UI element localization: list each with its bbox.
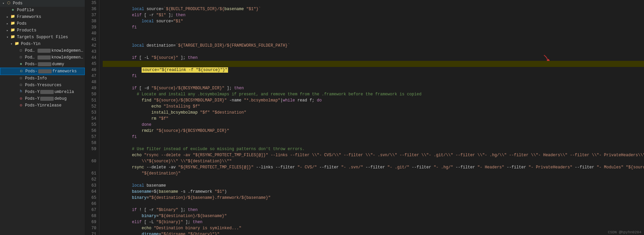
chevron-icon — [5, 28, 9, 32]
sidebar-item-pods[interactable]: 📁 Pods — [0, 20, 85, 27]
sidebar-item-label: Pods-Y — [25, 83, 40, 88]
code-line-60: rsync --delete -av "${RSYNC_PROTECT_TMP_… — [103, 158, 644, 164]
file-icon: h — [18, 89, 24, 95]
code-line-38: fi — [103, 18, 644, 24]
code-line-60b: "${destination}" — [103, 164, 644, 170]
sidebar-item-pods-debug[interactable]: ◎ Pods-Y debug — [0, 95, 85, 102]
code-line-62: local basename — [103, 177, 644, 183]
folder-icon: 📁 — [10, 14, 16, 20]
code-line-36: elif [ -r "$1" ]; then — [103, 6, 644, 12]
code-line-70: dirname="${dirname "${binary}"}" — [103, 225, 644, 231]
sidebar-item-podfile[interactable]: ◈ Podfile — [0, 7, 85, 14]
folder-icon: 📁 — [10, 34, 16, 40]
folder-icon: ⬡ — [6, 1, 11, 6]
code-editor[interactable]: 35 36 37 38 39 40 41 42 43 44 45 46 47 4… — [85, 0, 644, 235]
blurred-content — [38, 55, 51, 60]
code-line-58: # Use filter instead of exclude so missi… — [103, 140, 644, 146]
code-line-51: echo "Installing $f" — [103, 97, 644, 103]
chevron-icon — [5, 35, 9, 39]
watermark-text: CSDN @hpyhn0204 — [608, 230, 641, 234]
code-line-55: rmdir "${source}/${BCSYMBOLMAP_DIR}" — [103, 122, 644, 128]
file-icon: ◈ — [18, 62, 24, 67]
chevron-icon — [9, 42, 14, 46]
sidebar-item-label: Pods-Yin — [25, 103, 45, 108]
folder-icon: 📁 — [14, 41, 20, 47]
code-line-64: binary="${destination}/${basename}.frame… — [103, 189, 644, 195]
sidebar-item-label: Pods-Yin — [21, 42, 41, 46]
code-line-40 — [103, 30, 644, 37]
watermark: CSDN @hpyhn0204 — [605, 230, 644, 235]
code-line-42 — [103, 43, 644, 49]
sidebar-item-suffix: Info — [37, 76, 47, 81]
sidebar-item-pods-frameworks[interactable]: ◻ Pods- frameworks — [0, 68, 85, 75]
code-line-56: fi — [103, 128, 644, 134]
sidebar-item-label: Products — [17, 28, 36, 33]
sidebar-item-pods-resources[interactable]: ◻ Pods-Y resources — [0, 82, 85, 89]
code-line-69: echo "Destination binary is symlinked...… — [103, 219, 644, 225]
sidebar-item-suffix: knowledgements — [51, 48, 85, 53]
code-line-49: # Locate and install any .bcsymbolmaps i… — [103, 85, 644, 91]
code-line-57 — [103, 134, 644, 140]
sidebar-item-label: Pods-Y — [25, 90, 40, 94]
code-line-59: echo "rsync --delete -av "${RSYNC_PROTEC… — [103, 146, 644, 152]
sidebar-item-suffix: debug — [54, 96, 67, 101]
code-line-52: install_bcsymbolmap "$f" "$destination" — [103, 103, 644, 110]
file-icon: ◎ — [18, 96, 24, 101]
blurred-content — [40, 90, 54, 94]
sidebar-item-label: Podfile — [17, 8, 34, 13]
sidebar-item-pods-yin-group[interactable]: 📁 Pods-Yin — [0, 41, 85, 47]
code-content[interactable]: local source=`${BUILT_PRODUCTS_DIR}/${ba… — [99, 0, 644, 235]
blurred-content — [40, 97, 54, 101]
code-line-39 — [103, 24, 644, 30]
sidebar-item-pods-acknowledgements-2[interactable]: ◻ Pods- knowledgements — [0, 54, 85, 61]
sidebar-item-label: Pods- — [25, 76, 37, 81]
sidebar-item-label: Pods — [13, 1, 23, 6]
folder-icon: 📁 — [10, 21, 16, 26]
code-line-67: binary="${destination}/${basename}" — [103, 207, 644, 213]
file-icon: ◻ — [18, 55, 24, 60]
folder-icon: 📁 — [10, 28, 16, 33]
code-line-48: if [ -d "${source}/${BCSYMBOLMAP_DIR}" ]… — [103, 79, 644, 85]
sidebar-item-label: Pods- — [25, 55, 37, 60]
sidebar-item-suffix: frameworks — [52, 69, 77, 74]
sidebar-item-suffix: resources — [40, 83, 61, 88]
code-line-59b: \\"${source}\\" \\"${destination}\\"" — [103, 152, 644, 158]
sidebar-item-label: Pods- — [25, 48, 37, 53]
sidebar-item-label: Targets Support Files — [17, 35, 68, 40]
code-line-41: local destination=`${TARGET_BUILD_DIR}/$… — [103, 37, 644, 43]
blurred-content — [38, 69, 52, 73]
sidebar-item-suffix: dummy — [52, 62, 64, 67]
sidebar-item-frameworks[interactable]: 📁 Frameworks — [0, 14, 85, 20]
file-icon: ◻ — [18, 48, 24, 53]
sidebar-item-pods-acknowledgements-1[interactable]: ◻ Pods- knowledgements — [0, 47, 85, 54]
sidebar-item-pods-release[interactable]: ◎ Pods-Yin release — [0, 102, 85, 109]
code-line-44: echo "Symlinked..." — [103, 55, 644, 61]
file-icon: ◈ — [10, 7, 16, 13]
chevron-icon — [5, 15, 9, 19]
code-line-47 — [103, 73, 644, 79]
line-numbers: 35 36 37 38 39 40 41 42 43 44 45 46 47 4… — [85, 0, 99, 235]
chevron-icon — [5, 22, 9, 26]
code-line-53: rm "$f" — [103, 110, 644, 116]
blurred-content — [38, 62, 51, 66]
code-line-54: done — [103, 116, 644, 122]
sidebar-item-suffix: umbrella — [54, 90, 74, 94]
sidebar-item-suffix: release — [45, 103, 61, 108]
code-line-35: local source=`${BUILT_PRODUCTS_DIR}/${ba… — [103, 0, 644, 6]
code-line-63: basename=$(basename -s .framework "$1") — [103, 183, 644, 189]
file-icon: ◻ — [18, 76, 24, 81]
sidebar-root-pods[interactable]: ⬡ Pods — [0, 0, 85, 7]
sidebar-item-targets-support-files[interactable]: 📁 Targets Support Files — [0, 34, 85, 41]
sidebar-item-label: Frameworks — [17, 15, 41, 19]
code-line-65 — [103, 195, 644, 201]
sidebar-item-pods-info[interactable]: ◻ Pods- Info — [0, 75, 85, 82]
code-line-66: if ! [ -r "$binary" ]; then — [103, 201, 644, 207]
sidebar-item-pods-dummy[interactable]: ◈ Pods- dummy — [0, 61, 85, 68]
sidebar-item-products[interactable]: 📁 Products — [0, 27, 85, 34]
code-line-46: fi — [103, 67, 644, 73]
file-icon: ◻ — [18, 83, 24, 88]
code-line-68: elif [ -L "${binary}" ]; then — [103, 213, 644, 219]
sidebar-item-pods-umbrella[interactable]: h Pods-Y umbrella — [0, 89, 85, 95]
code-line-50: find "${source}/${BCSYMBOLMAP_DIR}" -nam… — [103, 91, 644, 97]
code-line-61 — [103, 170, 644, 177]
